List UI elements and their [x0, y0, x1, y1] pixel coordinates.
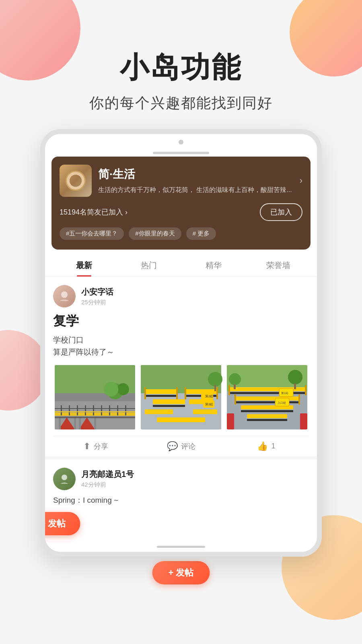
svg-rect-20 [125, 405, 126, 415]
island-tag-2[interactable]: #你眼里的春天 [129, 227, 181, 240]
svg-rect-59 [305, 385, 306, 395]
svg-rect-16 [93, 405, 94, 415]
svg-rect-29 [145, 395, 177, 397]
svg-point-25 [104, 382, 118, 396]
fab-button-overlay[interactable]: + 发帖 [152, 561, 210, 584]
svg-rect-9 [94, 417, 96, 429]
main-title: 小岛功能 [0, 48, 362, 87]
tab-essence[interactable]: 精华 [181, 253, 246, 277]
post1-author-info: 小安字话 25分钟前 [81, 287, 113, 306]
post2-author-name: 月亮邮递员1号 [81, 469, 134, 480]
post1-author-avatar [53, 285, 76, 308]
svg-rect-7 [74, 417, 76, 429]
post1-image-3: 第1站 入口处 [225, 365, 309, 429]
like-count: 1 [271, 442, 275, 450]
island-description: 生活的方式有千万种，似万花筒， 生活的滋味有上百种，酸甜苦辣... [98, 185, 296, 195]
comment-button[interactable]: 💬 评论 [138, 441, 224, 452]
svg-rect-36 [193, 409, 217, 414]
like-button[interactable]: 👍 1 [224, 441, 309, 452]
svg-rect-28 [145, 389, 177, 394]
svg-point-46 [208, 372, 222, 386]
donut-decoration [66, 171, 86, 191]
post1-title: 复学 [53, 312, 309, 330]
post1-body: 学校门口 算是严阵以待了～ [53, 334, 309, 359]
svg-rect-69 [294, 384, 296, 389]
svg-rect-55 [241, 410, 293, 412]
post-divider [45, 456, 317, 460]
svg-text:入口处: 入口处 [278, 401, 286, 405]
svg-text:第3处: 第3处 [205, 402, 213, 406]
island-info: 简·生活 生活的方式有千万种，似万花筒， 生活的滋味有上百种，酸甜苦辣... [98, 167, 296, 195]
svg-point-66 [229, 373, 241, 385]
phone-mockup: 简·生活 生活的方式有千万种，似万花筒， 生活的滋味有上百种，酸甜苦辣... ›… [40, 129, 322, 557]
svg-rect-17 [101, 405, 102, 415]
phone-notch-bar-container [45, 152, 317, 157]
post1-body-line1: 学校门口 [53, 336, 84, 344]
post1-actions: ⬆ 分享 💬 评论 👍 1 [53, 436, 309, 456]
svg-text:第2处: 第2处 [205, 394, 213, 398]
svg-rect-71 [300, 413, 307, 429]
island-chevron-icon[interactable]: › [300, 175, 302, 186]
svg-rect-60 [234, 394, 236, 405]
island-tag-3[interactable]: # 更多 [186, 227, 216, 240]
home-indicator [157, 546, 205, 548]
island-card: 简·生活 生活的方式有千万种，似万花筒， 生活的滋味有上百种，酸甜苦辣... ›… [51, 157, 311, 250]
post2-body: Spring：I coming ~ [53, 495, 309, 506]
svg-rect-40 [185, 387, 186, 399]
island-avatar [60, 165, 92, 197]
island-tags: #五一你会去哪里？ #你眼里的春天 # 更多 [60, 227, 302, 240]
tab-honor[interactable]: 荣誉墙 [246, 253, 311, 277]
post1-image-1 [53, 365, 137, 429]
svg-point-0 [61, 291, 68, 298]
phone-notch-bar [153, 152, 209, 154]
svg-rect-37 [157, 417, 205, 422]
svg-rect-13 [69, 405, 70, 415]
svg-rect-51 [229, 392, 305, 394]
like-icon: 👍 [257, 441, 268, 452]
post1-avatar-image [53, 285, 76, 308]
svg-rect-57 [247, 419, 287, 421]
island-join-button[interactable]: 已加入 [260, 203, 302, 221]
phone-camera [179, 140, 183, 144]
svg-rect-68 [234, 384, 236, 389]
share-icon: ⬆ [83, 441, 90, 452]
sub-title: 你的每个兴趣都能找到同好 [0, 93, 362, 113]
svg-rect-56 [247, 414, 287, 418]
share-button[interactable]: ⬆ 分享 [53, 441, 138, 452]
post1-time: 25分钟前 [81, 299, 113, 306]
svg-rect-52 [235, 396, 299, 400]
island-name: 简·生活 [98, 167, 296, 182]
svg-text:第1站: 第1站 [281, 392, 288, 394]
svg-rect-58 [228, 385, 230, 395]
svg-rect-18 [109, 405, 110, 415]
post2-author-info: 月亮邮递员1号 42分钟前 [81, 469, 134, 489]
svg-rect-70 [227, 413, 234, 429]
svg-rect-50 [229, 387, 305, 391]
svg-rect-10 [55, 413, 135, 416]
island-members-count[interactable]: 15194名简友已加入 › [60, 207, 128, 217]
phone-bottom-bar [45, 542, 317, 552]
header-area: 小岛功能 你的每个兴趣都能找到同好 [0, 0, 362, 129]
post1-images: 第2处 第3处 [53, 365, 309, 429]
island-stats-row: 15194名简友已加入 › 已加入 [60, 203, 302, 221]
svg-rect-32 [153, 399, 185, 404]
svg-rect-41 [216, 387, 218, 399]
svg-rect-61 [298, 394, 300, 405]
post-fab-button[interactable]: + 发帖 [40, 512, 80, 535]
post2-time: 42分钟前 [81, 481, 134, 489]
svg-rect-35 [145, 409, 173, 414]
tab-latest[interactable]: 最新 [51, 253, 116, 277]
post-card-1: 小安字话 25分钟前 复学 学校门口 算是严阵以待了～ [45, 277, 317, 456]
svg-point-67 [288, 370, 302, 384]
svg-rect-39 [176, 387, 178, 399]
svg-point-24 [117, 383, 129, 395]
share-label: 分享 [94, 442, 108, 451]
svg-rect-15 [85, 405, 86, 415]
svg-rect-14 [77, 405, 78, 415]
tabs-row: 最新 热门 精华 荣誉墙 [45, 253, 317, 277]
post-card-2: 月亮邮递员1号 42分钟前 Spring：I coming ~ + 发帖 [45, 460, 317, 542]
island-header: 简·生活 生活的方式有千万种，似万花筒， 生活的滋味有上百种，酸甜苦辣... › [60, 165, 302, 197]
svg-rect-33 [153, 405, 185, 407]
island-tag-1[interactable]: #五一你会去哪里？ [60, 227, 124, 240]
tab-hot[interactable]: 热门 [116, 253, 181, 277]
